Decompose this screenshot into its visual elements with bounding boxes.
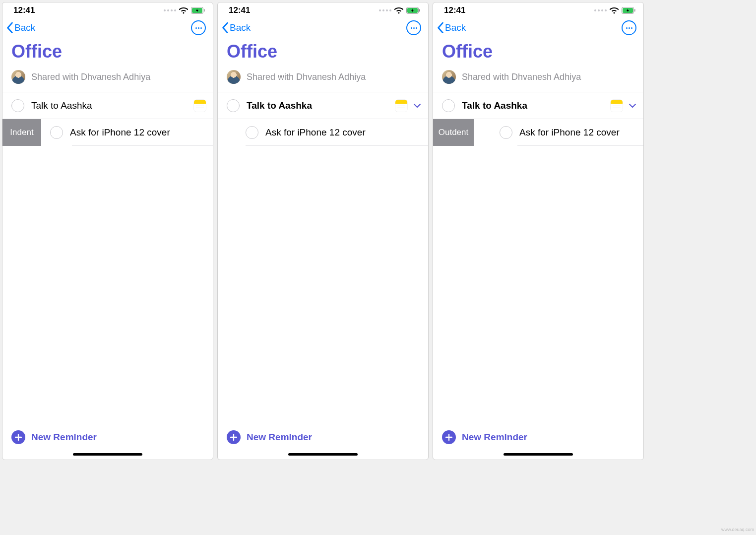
reminder-text[interactable]: Talk to Aashka bbox=[31, 100, 194, 111]
status-bar: 12:41 bbox=[218, 2, 428, 16]
nav-bar: Back bbox=[433, 16, 643, 39]
reminder-parent[interactable]: Talk to Aashka bbox=[2, 92, 213, 119]
shared-row[interactable]: Shared with Dhvanesh Adhiya bbox=[433, 68, 643, 92]
expand-toggle-icon[interactable] bbox=[413, 103, 421, 108]
battery-charging-icon bbox=[622, 7, 635, 14]
complete-toggle[interactable] bbox=[50, 126, 63, 139]
back-button[interactable]: Back bbox=[437, 22, 466, 33]
new-reminder-label: New Reminder bbox=[31, 432, 97, 443]
screen-1: 12:41 Back Office Shared with Dhvanesh A… bbox=[2, 2, 213, 460]
back-label: Back bbox=[230, 22, 251, 33]
avatar bbox=[11, 70, 25, 84]
notes-icon bbox=[194, 100, 206, 112]
complete-toggle[interactable] bbox=[246, 126, 258, 139]
wifi-icon bbox=[179, 7, 188, 14]
complete-toggle[interactable] bbox=[442, 99, 455, 112]
home-indicator[interactable] bbox=[288, 453, 358, 456]
shared-row[interactable]: Shared with Dhvanesh Adhiya bbox=[2, 68, 213, 92]
nav-bar: Back bbox=[2, 16, 213, 39]
reminder-child[interactable]: Ask for iPhone 12 cover bbox=[218, 119, 428, 146]
cellular-icon bbox=[164, 9, 176, 11]
more-button[interactable] bbox=[191, 20, 206, 35]
reminder-text[interactable]: Ask for iPhone 12 cover bbox=[265, 127, 421, 138]
battery-charging-icon bbox=[191, 7, 205, 14]
indent-action[interactable]: Indent bbox=[2, 119, 41, 146]
shared-text: Shared with Dhvanesh Adhiya bbox=[31, 72, 150, 82]
plus-icon bbox=[11, 430, 25, 444]
list-title: Office bbox=[218, 39, 428, 68]
screen-2: 12:41 Back Office Shared with Dhvanesh A… bbox=[217, 2, 429, 460]
chevron-left-icon bbox=[6, 22, 13, 33]
shared-text: Shared with Dhvanesh Adhiya bbox=[462, 72, 581, 82]
expand-toggle-icon[interactable] bbox=[629, 103, 636, 108]
status-bar: 12:41 bbox=[2, 2, 213, 16]
reminder-parent-expanded[interactable]: Talk to Aashka bbox=[218, 92, 428, 119]
plus-icon bbox=[227, 430, 241, 444]
notes-icon bbox=[611, 100, 623, 112]
shared-text: Shared with Dhvanesh Adhiya bbox=[247, 72, 366, 82]
ellipsis-icon bbox=[626, 27, 632, 29]
reminder-text[interactable]: Ask for iPhone 12 cover bbox=[519, 127, 636, 138]
back-button[interactable]: Back bbox=[222, 22, 251, 33]
home-indicator[interactable] bbox=[504, 453, 573, 456]
plus-icon bbox=[442, 430, 456, 444]
shared-row[interactable]: Shared with Dhvanesh Adhiya bbox=[218, 68, 428, 92]
notes-icon bbox=[395, 100, 407, 112]
cellular-icon bbox=[594, 9, 607, 11]
battery-charging-icon bbox=[406, 7, 420, 14]
status-icons bbox=[379, 7, 420, 14]
new-reminder-label: New Reminder bbox=[462, 432, 527, 443]
more-button[interactable] bbox=[622, 20, 636, 35]
svg-rect-5 bbox=[419, 9, 420, 12]
back-button[interactable]: Back bbox=[6, 22, 35, 33]
complete-toggle[interactable] bbox=[227, 99, 240, 112]
reminder-parent-expanded[interactable]: Talk to Aashka bbox=[433, 92, 643, 119]
svg-rect-2 bbox=[204, 9, 205, 12]
complete-toggle[interactable] bbox=[500, 126, 512, 139]
wifi-icon bbox=[394, 7, 403, 14]
svg-rect-8 bbox=[634, 9, 635, 12]
reminder-child-swiped-outdent[interactable]: Outdent Ask for iPhone 12 cover bbox=[433, 119, 643, 146]
back-label: Back bbox=[14, 22, 35, 33]
new-reminder-button[interactable]: New Reminder bbox=[2, 423, 213, 453]
status-time: 12:41 bbox=[13, 5, 35, 15]
reminder-text[interactable]: Ask for iPhone 12 cover bbox=[70, 127, 206, 138]
reminder-child-swiped[interactable]: Indent Ask for iPhone 12 cover bbox=[2, 119, 213, 146]
reminder-text[interactable]: Talk to Aashka bbox=[462, 100, 611, 111]
avatar bbox=[442, 70, 456, 84]
list-title: Office bbox=[433, 39, 643, 68]
back-label: Back bbox=[445, 22, 466, 33]
status-time: 12:41 bbox=[229, 5, 250, 15]
status-icons bbox=[594, 7, 635, 14]
more-button[interactable] bbox=[406, 20, 421, 35]
reminder-text[interactable]: Talk to Aashka bbox=[247, 100, 395, 111]
complete-toggle[interactable] bbox=[11, 99, 24, 112]
screen-3: 12:41 Back Office Shared with Dhvanesh A… bbox=[433, 2, 644, 460]
avatar bbox=[227, 70, 241, 84]
new-reminder-label: New Reminder bbox=[247, 432, 312, 443]
status-icons bbox=[164, 7, 205, 14]
ellipsis-icon bbox=[411, 27, 417, 29]
home-indicator[interactable] bbox=[73, 453, 142, 456]
new-reminder-button[interactable]: New Reminder bbox=[433, 423, 643, 453]
status-time: 12:41 bbox=[444, 5, 465, 15]
ellipsis-icon bbox=[195, 27, 202, 29]
new-reminder-button[interactable]: New Reminder bbox=[218, 423, 428, 453]
nav-bar: Back bbox=[218, 16, 428, 39]
cellular-icon bbox=[379, 9, 391, 11]
wifi-icon bbox=[610, 7, 619, 14]
status-bar: 12:41 bbox=[433, 2, 643, 16]
chevron-left-icon bbox=[222, 22, 229, 33]
list-title: Office bbox=[2, 39, 213, 68]
outdent-action[interactable]: Outdent bbox=[433, 119, 474, 146]
chevron-left-icon bbox=[437, 22, 444, 33]
